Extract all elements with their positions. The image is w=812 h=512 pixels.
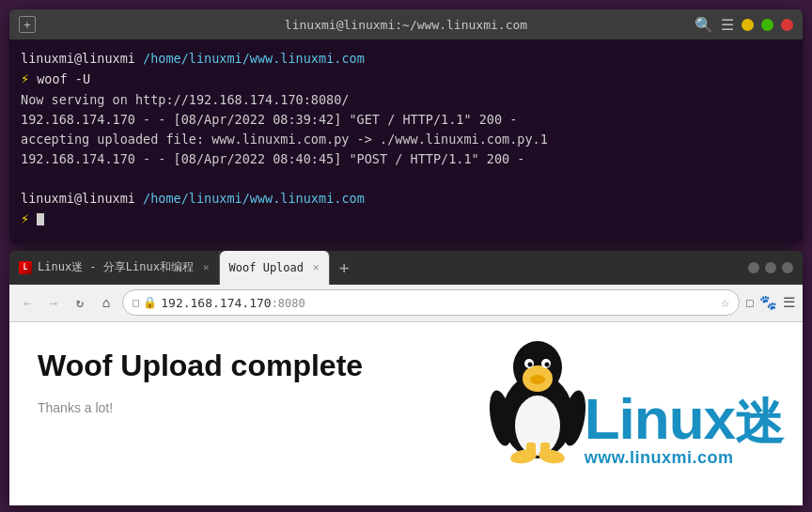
extension-icon[interactable]: 🐾 xyxy=(759,294,777,311)
terminal-line-1: linuxmi@linuxmi /home/linuxmi/www.linuxm… xyxy=(21,49,791,69)
logo-area: Linux迷 www.linuxmi.com xyxy=(486,332,784,468)
browser-dot-1 xyxy=(748,262,759,273)
maximize-dot[interactable] xyxy=(761,19,773,31)
terminal-titlebar: + linuxmi@linuxmi:~/www.linuxmi.com 🔍 ☰ xyxy=(9,9,803,39)
minimize-dot[interactable] xyxy=(742,19,754,31)
new-tab-button[interactable]: + xyxy=(330,251,359,285)
browser-dot-3 xyxy=(782,262,793,273)
linux-url-text: www.linuxmi.com xyxy=(585,448,734,468)
new-tab-icon: + xyxy=(339,257,350,277)
browser-content: Woof Upload complete Thanks a lot! xyxy=(9,322,803,505)
terminal-title: linuxmi@linuxmi:~/www.linuxmi.com xyxy=(285,18,527,32)
shield-icon: □ xyxy=(133,296,139,309)
tab2-close-icon[interactable]: ✕ xyxy=(313,261,320,273)
term-prompt-1: linuxmi@linuxmi xyxy=(21,51,135,66)
address-port: :8080 xyxy=(272,297,305,310)
tux-penguin xyxy=(486,332,589,468)
terminal-line-5: accepting uploaded file: www.linuxmi.com… xyxy=(21,130,791,149)
terminal-line-3: Now serving on http://192.168.174.170:80… xyxy=(21,90,791,110)
svg-rect-13 xyxy=(526,442,536,457)
linux-logo: Linux迷 www.linuxmi.com xyxy=(585,390,784,468)
term-path-2: /home/linuxmi/www.linuxmi.com xyxy=(143,191,365,206)
terminal-line-2: ⚡ woof -U xyxy=(21,69,791,90)
lock-icon: 🔒 xyxy=(143,296,157,309)
browser-dot-2 xyxy=(765,262,776,273)
bolt-icon-1: ⚡ xyxy=(21,70,29,87)
svg-rect-14 xyxy=(540,442,550,457)
browser-titlebar-right xyxy=(748,251,803,285)
term-woof-cmd: woof xyxy=(37,71,68,86)
terminal-line-6: 192.168.174.170 - - [08/Apr/2022 08:40:4… xyxy=(21,149,791,169)
address-host: 192.168.174.170 xyxy=(161,296,271,310)
pocket-icon[interactable]: ☐ xyxy=(745,294,754,311)
browser-window: L Linux迷 - 分享Linux和编程 ✕ Woof Upload ✕ + … xyxy=(9,251,803,505)
address-box[interactable]: □ 🔒 192.168.174.170:8080 ☆ xyxy=(122,289,740,316)
svg-point-8 xyxy=(530,375,545,384)
browser-titlebar: L Linux迷 - 分享Linux和编程 ✕ Woof Upload ✕ + xyxy=(9,251,803,285)
terminal-window: + linuxmi@linuxmi:~/www.linuxmi.com 🔍 ☰ … xyxy=(9,9,803,243)
menu-icon[interactable]: ☰ xyxy=(721,16,734,34)
terminal-line-7: linuxmi@linuxmi /home/linuxmi/www.linuxm… xyxy=(21,189,791,209)
cursor xyxy=(37,213,44,225)
svg-point-7 xyxy=(544,362,549,366)
linux-mi-text: 迷 xyxy=(735,397,784,446)
linux-text: Linux xyxy=(585,390,735,448)
term-flag: -U xyxy=(75,71,90,86)
bolt-icon-2: ⚡ xyxy=(21,210,29,227)
browser-menu-icon[interactable]: ☰ xyxy=(783,294,795,311)
svg-point-1 xyxy=(515,396,560,456)
term-prompt-2: linuxmi@linuxmi xyxy=(21,191,135,206)
terminal-titlebar-right: 🔍 ☰ xyxy=(695,16,793,34)
nav-back-button[interactable]: ← xyxy=(17,292,38,313)
search-icon[interactable]: 🔍 xyxy=(695,16,713,34)
addressbar-right: ☐ 🐾 ☰ xyxy=(745,294,795,311)
tab2-label: Woof Upload xyxy=(229,261,304,274)
svg-point-6 xyxy=(527,362,532,366)
new-tab-icon[interactable]: + xyxy=(19,16,36,33)
nav-refresh-button[interactable]: ↻ xyxy=(70,292,90,313)
terminal-line-4: 192.168.174.170 - - [08/Apr/2022 08:39:4… xyxy=(21,110,791,130)
terminal-body: linuxmi@linuxmi /home/linuxmi/www.linuxm… xyxy=(9,39,803,243)
tab1-close-icon[interactable]: ✕ xyxy=(203,261,210,273)
nav-home-button[interactable]: ⌂ xyxy=(96,292,117,313)
browser-tab-2[interactable]: Woof Upload ✕ xyxy=(220,251,330,285)
browser-tab-1[interactable]: L Linux迷 - 分享Linux和编程 ✕ xyxy=(9,251,220,285)
term-path-1: /home/linuxmi/www.linuxmi.com xyxy=(143,51,365,66)
terminal-titlebar-left: + xyxy=(19,16,36,33)
tab1-favicon: L xyxy=(19,261,32,274)
nav-forward-button[interactable]: → xyxy=(43,292,64,313)
tab1-label: Linux迷 - 分享Linux和编程 xyxy=(38,259,194,275)
address-url: 192.168.174.170:8080 xyxy=(161,296,305,310)
bookmark-icon[interactable]: ☆ xyxy=(721,294,729,311)
terminal-line-8: ⚡ xyxy=(21,209,791,230)
browser-addressbar: ← → ↻ ⌂ □ 🔒 192.168.174.170:8080 ☆ ☐ 🐾 ☰ xyxy=(9,285,803,322)
close-dot[interactable] xyxy=(781,19,793,31)
